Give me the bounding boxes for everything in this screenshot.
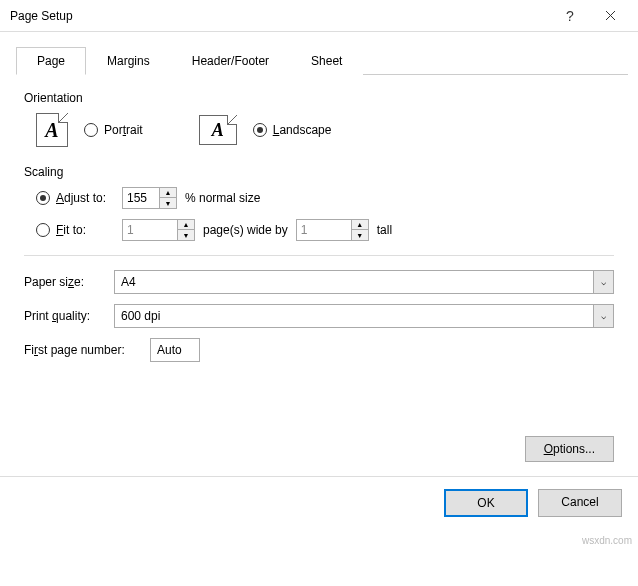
print-quality-label: Print quality: [24, 309, 108, 323]
options-button[interactable]: Options... [525, 436, 614, 462]
adjust-to-radio[interactable]: Adjust to: [36, 191, 114, 205]
fit-tall-input[interactable] [297, 221, 351, 239]
dialog-title: Page Setup [10, 9, 550, 23]
tab-page[interactable]: Page [16, 47, 86, 75]
help-button[interactable]: ? [550, 0, 590, 32]
fit-tall-spinner[interactable]: ▲▼ [296, 219, 369, 241]
fit-to-radio[interactable]: Fit to: [36, 223, 114, 237]
close-icon [605, 10, 616, 21]
adjust-to-suffix: % normal size [185, 191, 260, 205]
paper-size-select[interactable]: A4 ⌵ [114, 270, 614, 294]
chevron-down-icon: ⌵ [593, 305, 613, 327]
tab-bar: Page Margins Header/Footer Sheet [16, 46, 628, 75]
first-page-number-input[interactable]: Auto [150, 338, 200, 362]
portrait-label: Portrait [104, 123, 143, 137]
chevron-down-icon: ⌵ [593, 271, 613, 293]
spin-up-icon[interactable]: ▲ [178, 220, 194, 230]
tab-margins[interactable]: Margins [86, 47, 171, 75]
orientation-group-label: Orientation [24, 91, 614, 105]
fit-tall-suffix: tall [377, 223, 392, 237]
fit-mid-label: page(s) wide by [203, 223, 288, 237]
fit-wide-input[interactable] [123, 221, 177, 239]
first-page-number-label: First page number: [24, 343, 144, 357]
print-quality-value: 600 dpi [115, 309, 593, 323]
landscape-radio[interactable]: Landscape [253, 123, 332, 137]
spin-down-icon[interactable]: ▼ [352, 230, 368, 240]
watermark: wsxdn.com [582, 535, 632, 546]
spin-down-icon[interactable]: ▼ [178, 230, 194, 240]
paper-size-label: Paper size: [24, 275, 108, 289]
title-bar: Page Setup ? [0, 0, 638, 32]
cancel-button[interactable]: Cancel [538, 489, 622, 517]
ok-button[interactable]: OK [444, 489, 528, 517]
landscape-label: Landscape [273, 123, 332, 137]
radio-icon [36, 223, 50, 237]
dialog-footer: OK Cancel [0, 476, 638, 529]
spin-up-icon[interactable]: ▲ [160, 188, 176, 198]
spin-up-icon[interactable]: ▲ [352, 220, 368, 230]
adjust-to-input[interactable] [123, 189, 159, 207]
portrait-icon: A [36, 113, 68, 147]
radio-icon [36, 191, 50, 205]
radio-icon [253, 123, 267, 137]
fit-wide-spinner[interactable]: ▲▼ [122, 219, 195, 241]
paper-size-value: A4 [115, 275, 593, 289]
fit-to-label: Fit to: [56, 223, 86, 237]
spin-down-icon[interactable]: ▼ [160, 198, 176, 208]
divider [24, 255, 614, 256]
tab-header-footer[interactable]: Header/Footer [171, 47, 290, 75]
radio-icon [84, 123, 98, 137]
close-button[interactable] [590, 0, 630, 32]
scaling-group-label: Scaling [24, 165, 614, 179]
adjust-to-spinner[interactable]: ▲▼ [122, 187, 177, 209]
landscape-icon: A [199, 115, 237, 145]
print-quality-select[interactable]: 600 dpi ⌵ [114, 304, 614, 328]
tab-sheet[interactable]: Sheet [290, 47, 363, 75]
adjust-to-label: Adjust to: [56, 191, 106, 205]
portrait-radio[interactable]: Portrait [84, 123, 143, 137]
